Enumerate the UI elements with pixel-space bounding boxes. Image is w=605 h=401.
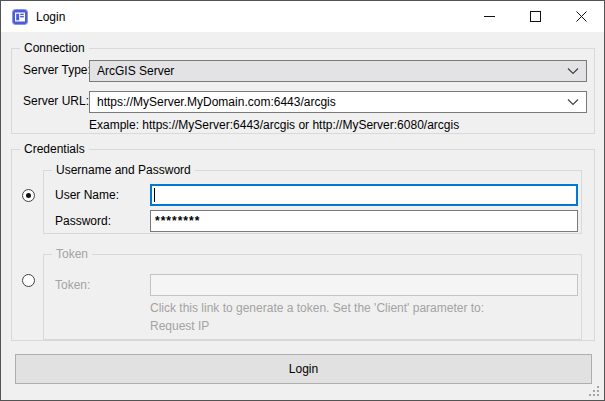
password-label: Password: — [55, 214, 111, 228]
window-title: Login — [36, 10, 65, 24]
username-input[interactable] — [150, 184, 578, 206]
username-password-group-label: Username and Password — [52, 163, 195, 177]
minimize-icon — [484, 11, 495, 22]
chevron-down-icon — [567, 98, 579, 106]
maximize-icon — [530, 11, 541, 22]
token-input — [150, 274, 578, 296]
password-input[interactable] — [150, 210, 578, 232]
chevron-down-icon — [567, 67, 579, 75]
token-request-link: Request IP — [150, 319, 209, 333]
close-icon — [576, 11, 587, 22]
username-label: User Name: — [55, 188, 119, 202]
credentials-group: Credentials Username and Password User N… — [11, 149, 595, 341]
server-url-value: https://MyServer.MyDomain.com:6443/arcgi… — [97, 95, 563, 109]
token-helper-text: Click this link to generate a token. Set… — [150, 301, 484, 315]
server-type-combobox[interactable]: ArcGIS Server — [89, 60, 587, 82]
resize-grip-icon[interactable] — [589, 386, 600, 397]
token-group: Token Token: Click this link to generate… — [43, 254, 582, 340]
login-button[interactable]: Login — [15, 354, 592, 384]
username-password-radio[interactable] — [22, 189, 35, 202]
connection-group: Connection Server Type: ArcGIS Server Se… — [11, 48, 595, 134]
token-group-label: Token — [52, 247, 92, 261]
server-url-label: Server URL: — [23, 94, 89, 108]
text-cursor — [154, 188, 155, 202]
maximize-button[interactable] — [512, 1, 558, 32]
title-bar[interactable]: Login — [1, 1, 604, 32]
token-radio[interactable] — [22, 274, 35, 287]
username-password-group: Username and Password User Name: Passwor… — [43, 170, 582, 234]
close-button[interactable] — [558, 1, 604, 32]
connection-group-label: Connection — [20, 41, 89, 55]
caption-buttons — [466, 1, 604, 32]
minimize-button[interactable] — [466, 1, 512, 32]
server-url-combobox[interactable]: https://MyServer.MyDomain.com:6443/arcgi… — [89, 91, 587, 113]
login-dialog: Login Connection Server Type: ArcGIS Ser… — [0, 0, 605, 401]
login-button-label: Login — [289, 362, 318, 376]
server-url-example: Example: https://MyServer:6443/arcgis or… — [89, 118, 459, 132]
credentials-group-label: Credentials — [20, 142, 89, 156]
server-type-label: Server Type: — [23, 63, 91, 77]
server-type-value: ArcGIS Server — [97, 64, 563, 78]
token-label: Token: — [55, 278, 90, 292]
app-window-icon — [12, 9, 28, 25]
